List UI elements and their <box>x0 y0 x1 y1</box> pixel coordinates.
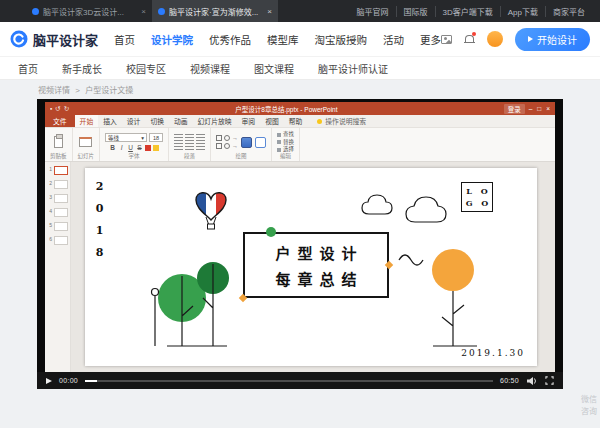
justify-icon <box>196 143 205 150</box>
nav-more[interactable]: 更多 <box>420 32 441 47</box>
nav-taobao[interactable]: 淘宝版授购 <box>315 32 368 47</box>
align-right-icon <box>196 134 205 141</box>
breadcrumb-separator: > <box>75 86 80 95</box>
nav-events[interactable]: 活动 <box>383 32 404 47</box>
font-color-chip <box>145 145 151 151</box>
select-icon <box>277 148 281 152</box>
minimize-icon: – <box>529 105 533 112</box>
subnav-video-courses[interactable]: 视频课程 <box>190 61 230 76</box>
nav-model-library[interactable]: 模型库 <box>267 32 299 47</box>
ppt-slide: 2018 户型设计 每章总结 L O G O 2019.1.30 <box>85 168 537 366</box>
progress-fill <box>85 380 97 382</box>
bell-icon <box>465 35 474 42</box>
bold-button: B <box>109 144 116 151</box>
ribbon-group-drawing: → → 绘图 <box>211 128 272 161</box>
font-size-select: 18 <box>149 133 163 142</box>
link-3d-client-download[interactable]: 3D客户端下载 <box>435 6 500 17</box>
green-trees <box>152 262 230 346</box>
orange-tree <box>432 249 477 346</box>
gallery-icon[interactable] <box>441 35 452 44</box>
squiggle <box>399 255 423 265</box>
breadcrumb-section[interactable]: 视频详情 <box>38 86 70 95</box>
breadcrumb-current: 户型设计文操 <box>85 86 133 95</box>
subnav-article-courses[interactable]: 图文课程 <box>254 61 294 76</box>
ppt-tell-me-search: 操作说明搜索 <box>317 115 366 127</box>
progress-bar[interactable] <box>85 380 493 382</box>
subnav-home[interactable]: 首页 <box>18 61 38 76</box>
link-merchant-platform[interactable]: 商家平台 <box>545 6 592 17</box>
nav-home[interactable]: 首页 <box>114 32 135 47</box>
quick-access-toolbar: ▪ ↺ ↻ <box>50 105 69 113</box>
browser-tab-1[interactable]: 脑平设计家3D云设计... × <box>26 0 152 22</box>
ppt-sign-in: 登录 <box>504 104 525 114</box>
ellipse-shape-icon <box>224 143 230 149</box>
subnav-beginner-growth[interactable]: 新手成长 <box>62 61 102 76</box>
video-player[interactable]: ▪ ↺ ↻ 户型设计8章总结.pptx - PowerPoint 登录 – □ … <box>37 99 563 389</box>
numbered-list-icon <box>185 143 194 150</box>
replace-icon <box>277 140 281 144</box>
ribbon-group-slides: 幻灯片 <box>73 128 101 161</box>
paste-icon <box>54 136 63 148</box>
slide-title-box: 户型设计 每章总结 <box>243 232 389 298</box>
close-icon[interactable]: × <box>141 7 146 16</box>
current-time: 00:00 <box>59 377 78 384</box>
site-header: 脑平设计家 首页 设计学院 优秀作品 模型库 淘宝版授购 活动 更多 开始设计 <box>0 22 600 56</box>
ribbon-group-editing: 查找 替换 选择 编辑 <box>272 128 300 161</box>
nav-best-works[interactable]: 优秀作品 <box>209 32 251 47</box>
notification-bell-icon[interactable] <box>464 34 475 44</box>
ppt-tab-transitions: 切换 <box>145 115 169 127</box>
subnav-designer-certification[interactable]: 脑平设计师认证 <box>318 61 388 76</box>
page: 脑平设计家3D云设计... × 脑平设计家·宣为渐修效... × 脑平官网 国际… <box>0 0 600 428</box>
slide-thumbnail: 5 <box>47 222 68 231</box>
brand-name: 脑平设计家 <box>33 30 98 49</box>
play-button[interactable] <box>46 378 52 384</box>
start-design-button[interactable]: 开始设计 <box>515 28 590 51</box>
find-icon <box>277 133 281 137</box>
nav-design-academy[interactable]: 设计学院 <box>151 32 193 47</box>
strikethrough-button: S <box>136 144 143 151</box>
slide-heading-1: 户型设计 <box>275 242 363 263</box>
ribbon-group-paragraph: 段落 <box>169 128 211 161</box>
floating-widget[interactable]: 微信 咨询 <box>581 394 597 418</box>
ppt-tab-design: 设计 <box>122 115 146 127</box>
shape-fill-icon <box>255 137 266 148</box>
close-icon[interactable]: × <box>267 7 272 16</box>
ppt-tab-file: 文件 <box>45 115 75 127</box>
bulb-icon <box>317 119 322 124</box>
ppt-tab-insert: 插入 <box>98 115 122 127</box>
user-avatar[interactable] <box>487 31 503 47</box>
ellipse-shape-icon <box>224 135 230 141</box>
ppt-tab-view: 视图 <box>260 115 284 127</box>
shapes-gallery: → → <box>216 135 238 149</box>
slide-logo-box: L O G O <box>461 182 493 212</box>
ribbon-group-clipboard: 剪贴板 <box>45 128 73 161</box>
ppt-ribbon-tabs: 文件 开始 插入 设计 切换 动画 幻灯片放映 审阅 视图 帮助 操作说明搜索 <box>45 115 555 128</box>
arrow-shape-icon: → <box>232 135 238 141</box>
site-favicon <box>32 8 39 15</box>
brand[interactable]: 脑平设计家 <box>10 30 98 49</box>
main-nav: 首页 设计学院 优秀作品 模型库 淘宝版授购 活动 更多 <box>114 32 441 47</box>
rectangle-shape-icon <box>216 143 222 149</box>
maximize-icon: □ <box>537 105 541 112</box>
play-icon <box>528 36 533 42</box>
save-icon: ▪ <box>50 105 52 113</box>
volume-icon[interactable] <box>526 376 538 386</box>
browser-tab-2[interactable]: 脑平设计家·宣为渐修效... × <box>152 0 278 22</box>
link-app-download[interactable]: App下载 <box>500 6 545 17</box>
slide-thumbnail: 3 <box>47 194 68 203</box>
ppt-tab-animations: 动画 <box>169 115 193 127</box>
brand-logo-icon <box>10 30 28 48</box>
fullscreen-icon[interactable] <box>545 376 554 385</box>
ppt-ribbon: 剪贴板 幻灯片 等线 ▾ 18 <box>45 128 555 162</box>
tab-title: 脑平设计家·宣为渐修效... <box>169 6 263 17</box>
font-name-select: 等线 ▾ <box>105 133 147 142</box>
link-official-site[interactable]: 脑平官网 <box>350 6 396 17</box>
redo-icon: ↻ <box>64 105 69 113</box>
quick-styles-icon <box>241 137 252 148</box>
slide-heading-2: 每章总结 <box>275 268 363 289</box>
align-center-icon <box>185 134 194 141</box>
topbar-quick-links: 脑平官网 国际版 3D客户端下载 App下载 商家平台 <box>350 0 600 22</box>
link-international[interactable]: 国际版 <box>396 6 435 17</box>
ppt-window-buttons: – □ × <box>529 105 550 112</box>
subnav-campus-zone[interactable]: 校园专区 <box>126 61 166 76</box>
